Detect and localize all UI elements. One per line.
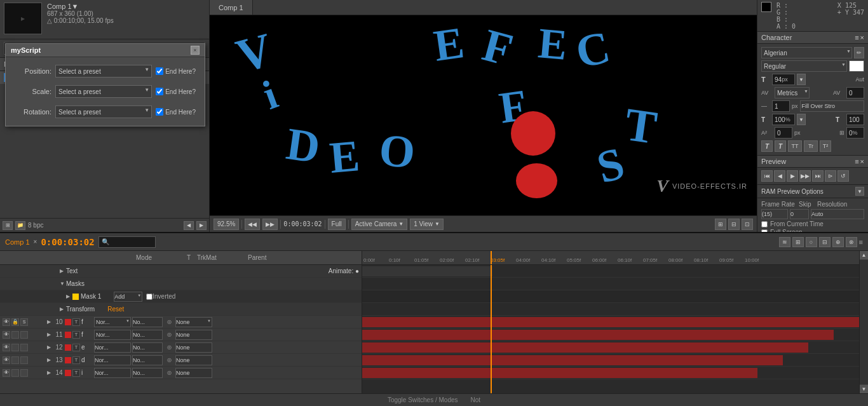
play-btn[interactable]: ▶ — [787, 170, 798, 182]
zoom-indicator[interactable]: 92.5% — [214, 219, 239, 230]
prev-arrow[interactable]: ◀ — [184, 221, 194, 230]
active-camera-btn[interactable]: Active Camera ▼ — [351, 219, 408, 230]
eye-icon-10[interactable]: 👁 — [3, 318, 10, 326]
layer-13-mode[interactable]: Nor... — [94, 355, 131, 365]
grid-btn[interactable]: ⊟ — [728, 219, 740, 230]
quality-btn[interactable]: Full — [328, 219, 346, 230]
mask1-expand-icon[interactable]: ▶ — [66, 294, 72, 299]
layer-12-mode[interactable]: Nor... — [94, 342, 131, 353]
timeline-scrollbar-right[interactable]: ▲ ▼ — [859, 251, 868, 393]
snap-btn[interactable]: ⊞ — [715, 219, 726, 230]
layer-row-14[interactable]: 👁 ▶ 14 T i Nor... — [0, 367, 362, 379]
position-select[interactable]: Select a preset — [55, 65, 152, 78]
eye-icon-13[interactable]: 👁 — [3, 356, 10, 364]
layer-11-mode[interactable]: Nor... — [94, 330, 131, 340]
prev-to-end-btn[interactable]: ⏭ — [812, 170, 824, 182]
lock-icon-10[interactable]: 🔒 — [11, 318, 19, 326]
tsume-val[interactable]: 0% — [846, 127, 864, 139]
prev-to-start-btn[interactable]: ⏮ — [761, 170, 773, 182]
layer-row-13[interactable]: 👁 ▶ 13 T d Nor... — [0, 354, 362, 367]
mask1-mode-select[interactable]: Add — [114, 292, 142, 302]
bottom-icon-2[interactable]: 📁 — [15, 221, 25, 230]
transform-expand-icon[interactable]: ▶ — [60, 306, 66, 312]
layer-12-trkmat[interactable]: No... — [132, 342, 163, 353]
layer-14-parent[interactable]: None — [175, 368, 212, 378]
scale-end-here-checkbox[interactable] — [156, 88, 163, 95]
char-panel-menu[interactable]: ≡ — [855, 34, 858, 41]
bottom-icon-1[interactable]: ⊞ — [3, 221, 13, 230]
layer-11-expand[interactable]: ▶ — [47, 332, 53, 337]
timeline-search-input[interactable] — [98, 236, 156, 248]
rotation-select[interactable]: Select a preset — [55, 105, 152, 118]
loop-btn[interactable]: ↺ — [837, 170, 849, 182]
prev-prev-frame-btn[interactable]: ◀ — [774, 170, 785, 182]
transform-reset-btn[interactable]: Reset — [107, 306, 124, 313]
masks-layer-row[interactable]: ▼ Masks — [0, 278, 362, 290]
scale-h-val[interactable]: 100% — [772, 114, 795, 125]
font-eyedropper[interactable]: ✏ — [854, 47, 864, 58]
masks-expand-icon[interactable]: ▼ — [60, 281, 66, 287]
tracking-val[interactable]: 0 — [846, 87, 864, 98]
next-frame-btn[interactable]: ▶▶ — [262, 219, 278, 230]
frame-rate-select[interactable]: (15) — [761, 209, 788, 219]
tl-menu-btn[interactable]: ≡ — [859, 238, 863, 246]
layer-13-expand[interactable]: ▶ — [47, 357, 53, 363]
timeline-current-time[interactable]: 0:00:03:02 — [41, 237, 94, 247]
eye-icon-12[interactable]: 👁 — [3, 344, 10, 351]
solo-icon-10[interactable]: S — [20, 318, 28, 326]
layer-13-trkmat[interactable]: No... — [132, 355, 163, 365]
tl-btn-2[interactable]: ⊞ — [792, 237, 804, 247]
prev-frame-btn[interactable]: ◀◀ — [245, 219, 260, 230]
prev-next-frame-btn[interactable]: ▶▶ — [799, 170, 811, 182]
scroll-down-btn[interactable]: ▼ — [860, 384, 868, 393]
layer-12-parent[interactable]: None — [175, 342, 212, 353]
layer-11-parent[interactable]: None — [175, 330, 212, 340]
tl-btn-3[interactable]: ○ — [806, 237, 817, 247]
font-select[interactable]: Algerian — [761, 47, 852, 58]
layer-10-expand[interactable]: ▶ — [47, 319, 53, 325]
layer-row-12[interactable]: 👁 ▶ 12 T e Nor... — [0, 341, 362, 354]
text-layer-row[interactable]: ▶ Text Animate: ● — [0, 265, 362, 278]
metrics-select[interactable]: Metrics — [775, 87, 810, 98]
scale-select[interactable]: Select a preset — [55, 85, 152, 98]
mask1-inverted-checkbox[interactable] — [146, 294, 153, 300]
dialog-close-btn[interactable]: × — [191, 46, 200, 55]
resolution-select[interactable]: Auto — [811, 209, 864, 219]
rotation-end-here-checkbox[interactable] — [156, 108, 163, 116]
char-panel-close[interactable]: × — [860, 34, 864, 41]
eye-icon-11[interactable]: 👁 — [3, 331, 10, 339]
size-stepper[interactable]: ▼ — [797, 74, 806, 85]
mask1-layer-row[interactable]: ▶ Mask 1 Add ▼ Inverted — [0, 290, 362, 303]
position-end-here-checkbox[interactable] — [156, 67, 163, 75]
layer-11-trkmat[interactable]: No... — [132, 330, 163, 340]
lock-icon-13[interactable] — [11, 356, 19, 364]
tl-btn-6[interactable]: ⊗ — [846, 237, 857, 247]
scroll-up-btn[interactable]: ▲ — [860, 251, 868, 260]
scale-h-stepper[interactable]: ▼ — [797, 114, 806, 125]
font-size-val[interactable]: 94 px — [772, 74, 795, 85]
bottom-toggle-bar[interactable]: Toggle Switches / Modes Not — [0, 393, 868, 406]
layer-10-parent[interactable]: None — [175, 317, 212, 327]
preview-panel-menu[interactable]: ≡ — [855, 158, 858, 165]
font-color-swatch[interactable] — [849, 60, 864, 72]
tl-btn-4[interactable]: ⊟ — [819, 237, 831, 247]
layer-14-expand[interactable]: ▶ — [47, 370, 53, 376]
lock-icon-14[interactable] — [11, 369, 19, 377]
layer-13-parent[interactable]: None — [175, 355, 212, 365]
solo-icon-13[interactable] — [20, 356, 28, 364]
layer-12-expand[interactable]: ▶ — [47, 344, 53, 350]
caps-btn[interactable]: TT — [788, 140, 802, 152]
tl-btn-1[interactable]: ≋ — [779, 237, 790, 247]
super-btn[interactable]: T² — [820, 140, 831, 152]
solo-icon-12[interactable] — [20, 344, 28, 351]
solo-icon-11[interactable] — [20, 331, 28, 339]
view-count-btn[interactable]: 1 View ▼ — [410, 219, 444, 230]
baseline-val[interactable]: 0 — [775, 127, 792, 139]
lock-icon-11[interactable] — [11, 331, 19, 339]
italic-btn[interactable]: T — [761, 140, 773, 152]
skip-select[interactable]: 0 — [790, 209, 809, 219]
full-screen-checkbox[interactable] — [761, 229, 768, 233]
stroke-type-select[interactable]: Fill Over Stro — [800, 100, 864, 112]
solo-icon-14[interactable] — [20, 369, 28, 377]
layer-10-trkmat[interactable]: No... — [132, 317, 163, 327]
